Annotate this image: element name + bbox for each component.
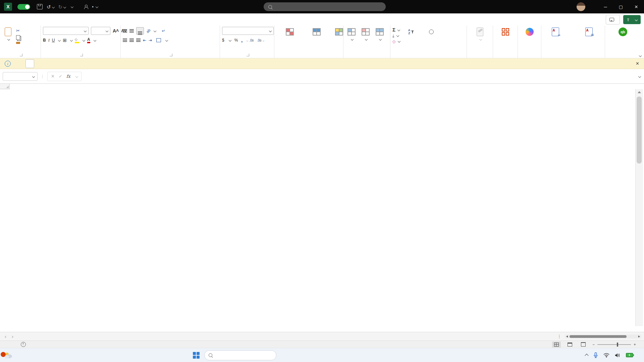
scroll-left-icon[interactable] <box>566 336 568 338</box>
zoom-in-icon[interactable]: + <box>634 342 636 347</box>
search-box[interactable] <box>264 2 386 11</box>
delete-cells-button[interactable] <box>360 27 372 41</box>
copy-icon[interactable] <box>16 35 20 40</box>
fill-button[interactable]: ⤓ <box>392 34 400 38</box>
customize-qat-icon[interactable] <box>71 5 73 8</box>
font-color-icon[interactable]: A <box>87 37 90 43</box>
microphone-icon[interactable] <box>593 352 598 358</box>
zoom-slider[interactable]: − + <box>592 342 636 347</box>
cut-icon[interactable]: ✂ <box>16 28 20 33</box>
find-select-button[interactable] <box>422 27 440 38</box>
zoom-slider-thumb[interactable] <box>617 343 618 347</box>
addins-button[interactable] <box>499 27 512 38</box>
accounting-format-icon[interactable]: $ <box>222 38 224 43</box>
tab-overflow-icon[interactable]: ⋮ <box>557 334 561 339</box>
alignment-dialog-launcher[interactable] <box>170 54 172 56</box>
autosum-button[interactable]: Σ <box>392 27 400 33</box>
zoom-out-icon[interactable]: − <box>592 342 595 347</box>
number-dialog-launcher[interactable] <box>247 54 249 56</box>
insert-function-icon[interactable]: fx <box>66 74 70 79</box>
check-performance-button[interactable] <box>25 59 34 68</box>
undo-icon[interactable]: ↺ <box>47 4 54 9</box>
clear-button[interactable]: ◇ <box>392 39 400 44</box>
fill-color-icon[interactable]: ◇ <box>75 38 79 43</box>
bold-button[interactable]: B <box>43 38 46 43</box>
increase-decimal-icon[interactable]: ←.00 <box>246 39 254 42</box>
maximize-button[interactable]: ▢ <box>613 0 629 13</box>
cancel-entry-icon[interactable]: ✕ <box>51 74 55 79</box>
minimize-button[interactable]: ─ <box>598 0 613 13</box>
clipboard-dialog-launcher[interactable] <box>20 54 22 56</box>
share-people-icon[interactable] <box>84 5 89 9</box>
autosave-switch[interactable] <box>17 4 30 10</box>
start-button[interactable] <box>193 352 200 359</box>
redo-icon[interactable]: ↻ <box>58 4 66 9</box>
taskbar-search[interactable] <box>204 350 276 360</box>
italic-button[interactable]: I <box>48 38 50 43</box>
expand-formula-bar-icon[interactable] <box>638 75 641 77</box>
paste-button[interactable] <box>2 27 14 41</box>
scroll-right-icon[interactable] <box>638 336 640 338</box>
saved-status[interactable]: • <box>92 4 98 9</box>
wrap-text-button[interactable]: ↵ <box>162 28 167 33</box>
conditional-formatting-button[interactable] <box>276 27 303 38</box>
normal-view-button[interactable] <box>552 342 561 348</box>
orientation-icon[interactable]: ab <box>146 28 151 34</box>
align-center-icon[interactable] <box>129 39 134 39</box>
comments-button[interactable] <box>606 15 620 24</box>
increase-indent-icon[interactable]: ⇥ <box>149 38 152 43</box>
format-as-table-button[interactable] <box>305 27 328 38</box>
borders-icon[interactable]: ⊞ <box>63 38 67 43</box>
comma-style-icon[interactable]: , <box>241 38 243 43</box>
close-button[interactable]: ✕ <box>629 0 644 13</box>
horizontal-scrollbar[interactable] <box>565 335 641 339</box>
share-button[interactable]: ⇧ <box>623 15 641 24</box>
decrease-decimal-icon[interactable]: .00→ <box>257 39 265 42</box>
align-bottom-icon[interactable] <box>136 27 144 35</box>
align-left-icon[interactable] <box>123 39 127 39</box>
tray-expand-icon[interactable] <box>585 354 588 357</box>
page-break-view-button[interactable] <box>579 342 588 348</box>
select-all-corner[interactable] <box>0 84 10 89</box>
underline-button[interactable]: U <box>52 38 55 43</box>
scroll-up-icon[interactable] <box>638 91 641 93</box>
font-name-select[interactable] <box>43 27 89 35</box>
save-icon[interactable] <box>37 4 43 9</box>
prev-sheet-icon[interactable]: ‹ <box>5 334 6 339</box>
font-size-select[interactable] <box>91 27 110 35</box>
format-painter-icon[interactable] <box>16 42 20 44</box>
horizontal-scrollbar-thumb[interactable] <box>570 335 627 338</box>
autosave-toggle[interactable] <box>15 4 30 10</box>
page-layout-view-button[interactable] <box>566 342 574 348</box>
vertical-scrollbar-thumb[interactable] <box>637 97 642 164</box>
copilot-button[interactable] <box>524 27 536 38</box>
confirm-entry-icon[interactable]: ✓ <box>59 74 62 79</box>
format-cells-button[interactable] <box>374 27 386 41</box>
merge-center-button[interactable] <box>156 38 168 42</box>
decrease-indent-icon[interactable]: ⇤ <box>143 38 146 43</box>
weather-widget[interactable] <box>0 351 54 359</box>
create-pdf-outlook-button[interactable] <box>572 27 606 38</box>
wifi-icon[interactable] <box>603 353 609 358</box>
font-dialog-launcher[interactable] <box>80 54 83 56</box>
name-box[interactable] <box>3 72 38 81</box>
sort-filter-button[interactable]: AZ <box>402 27 420 38</box>
notification-close-icon[interactable]: ✕ <box>636 61 639 66</box>
volume-icon[interactable] <box>615 353 621 358</box>
increase-font-icon[interactable]: A˄ <box>113 28 119 34</box>
create-pdf-share-link-button[interactable] <box>541 27 570 38</box>
spreadsheet-sync-button[interactable]: qb <box>608 27 638 38</box>
align-middle-icon[interactable] <box>129 29 134 30</box>
align-right-icon[interactable] <box>136 39 141 39</box>
number-format-select[interactable] <box>222 27 274 35</box>
vertical-scrollbar[interactable] <box>635 89 643 326</box>
namebox-splitter[interactable]: ⋮ <box>40 74 45 79</box>
spreadsheet-grid[interactable] <box>0 84 644 332</box>
excel-app-icon[interactable] <box>4 3 12 11</box>
battery-icon[interactable] <box>626 353 634 357</box>
insert-cells-button[interactable] <box>345 27 358 41</box>
percent-icon[interactable]: % <box>234 38 238 43</box>
next-sheet-icon[interactable]: › <box>12 334 13 339</box>
align-top-icon[interactable] <box>123 29 127 30</box>
user-avatar[interactable] <box>577 2 585 11</box>
